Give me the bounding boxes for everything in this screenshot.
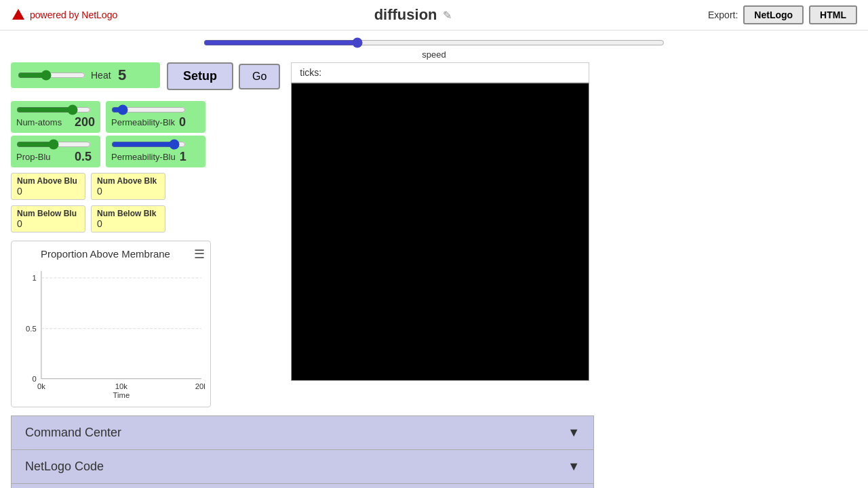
buttons-row: Setup Go [167,62,280,90]
netlogo-code-label: NetLogo Code [25,460,104,474]
chart-area: 1 0.5 0 0k 10k 20k Time [17,266,205,401]
perm-blu-label: Permeability-Blu [111,152,176,162]
logo-text: powered by NetLogo [30,9,117,20]
ticks-label: ticks: [300,67,321,78]
netlogo-logo-link[interactable]: powered by NetLogo [11,7,117,22]
prop-blu-slider[interactable] [16,139,91,150]
prop-blu-value: 0.5 [75,150,95,164]
command-center-bar[interactable]: Command Center ▼ [11,415,594,450]
ticks-area: ticks: [291,62,589,83]
chart-container: Proportion Above Membrane ☰ 1 0.5 0 [11,241,211,407]
chart-menu-icon[interactable]: ☰ [194,247,205,262]
num-below-blu-label: Num Below Blu [17,209,79,218]
main-row: Heat 5 Setup Go Num-atoms 200 [0,62,868,407]
left-col: Heat 5 Setup Go Num-atoms 200 [11,62,280,407]
perm-blu-group: Permeability-Blu 1 [106,136,205,167]
svg-marker-0 [12,9,24,20]
num-above-blk-box: Num Above Blk 0 [91,173,165,200]
num-above-blu-value: 0 [17,186,79,197]
num-atoms-label: Num-atoms [16,117,71,127]
perm-blk-slider[interactable] [111,104,186,115]
num-below-blk-box: Num Below Blk 0 [91,205,165,232]
command-center-label: Command Center [25,426,121,440]
perm-blk-group: Permeability-Blk 0 [106,101,205,133]
svg-text:20k: 20k [195,382,205,390]
speed-slider[interactable] [203,37,665,48]
num-above-blk-value: 0 [97,186,159,197]
heat-control: Heat 5 [11,62,160,88]
perm-blu-slider[interactable] [111,139,186,150]
export-area: Export: NetLogo HTML [708,5,857,24]
simulation-canvas [291,83,589,381]
num-above-blu-box: Num Above Blu 0 [11,173,85,200]
heat-label: Heat [91,70,113,81]
perm-blk-label-row: Permeability-Blk 0 [111,115,200,129]
svg-text:0: 0 [32,375,36,383]
netlogo-code-bar[interactable]: NetLogo Code ▼ [11,450,594,484]
chart-svg: 1 0.5 0 0k 10k 20k Time [17,266,205,401]
speed-label: speed [422,49,446,60]
num-below-blu-box: Num Below Blu 0 [11,205,85,232]
perm-blu-row [111,139,200,150]
sliders-panel: Num-atoms 200 Prop-Blu 0.5 [11,101,280,167]
num-below-blu-value: 0 [17,218,79,229]
perm-blk-row [111,104,200,115]
prop-blu-label-row: Prop-Blu 0.5 [16,150,95,164]
export-html-button[interactable]: HTML [809,5,857,24]
title-area: diffusion ✎ [117,6,708,24]
num-atoms-row [16,104,95,115]
heat-value: 5 [118,66,126,84]
left-sliders: Num-atoms 200 Prop-Blu 0.5 [11,101,100,167]
svg-text:0.5: 0.5 [26,325,37,333]
num-below-blk-label: Num Below Blk [97,209,159,218]
num-above-blk-label: Num Above Blk [97,176,159,186]
model-info-bar[interactable]: Model Info ▼ [11,484,594,488]
bottom-bars: Command Center ▼ NetLogo Code ▼ Model In… [11,415,594,488]
header: powered by NetLogo diffusion ✎ Export: N… [0,0,868,30]
perm-blu-label-row: Permeability-Blu 1 [111,150,200,164]
svg-text:Time: Time [113,391,130,399]
command-center-chevron: ▼ [568,426,580,440]
setup-button[interactable]: Setup [167,62,233,90]
chart-header: Proportion Above Membrane ☰ [17,247,205,262]
speed-section: speed [0,30,868,62]
num-atoms-value: 200 [75,115,95,129]
page-title: diffusion [374,6,437,24]
export-netlogo-button[interactable]: NetLogo [743,5,804,24]
netlogo-code-chevron: ▼ [568,460,580,474]
go-button[interactable]: Go [239,64,280,89]
perm-blk-value: 0 [179,115,199,129]
netlogo-logo-icon [11,7,26,22]
num-boxes-top: Num Above Blu 0 Num Above Blk 0 [11,173,280,200]
num-above-blu-label: Num Above Blu [17,176,79,186]
right-sliders: Permeability-Blk 0 Permeability-Blu 1 [106,101,205,167]
export-label: Export: [708,9,738,20]
prop-blu-label: Prop-Blu [16,152,71,162]
chart-title-text: Proportion Above Membrane [41,248,170,260]
num-boxes-bottom: Num Below Blu 0 Num Below Blk 0 [11,205,280,232]
right-col: ticks: [291,62,589,407]
chart-title: Proportion Above Membrane [17,247,194,261]
svg-text:10k: 10k [115,382,128,390]
perm-blu-value: 1 [180,150,200,164]
edit-icon[interactable]: ✎ [443,9,452,22]
prop-blu-row [16,139,95,150]
speed-slider-row [203,37,665,48]
prop-blu-group: Prop-Blu 0.5 [11,136,100,167]
num-atoms-group: Num-atoms 200 [11,101,100,133]
num-atoms-slider[interactable] [16,104,91,115]
svg-text:0k: 0k [37,382,45,390]
heat-slider[interactable] [18,70,85,81]
svg-text:1: 1 [32,274,36,282]
num-atoms-label-row: Num-atoms 200 [16,115,95,129]
num-below-blk-value: 0 [97,218,159,229]
perm-blk-label: Permeability-Blk [111,117,175,127]
